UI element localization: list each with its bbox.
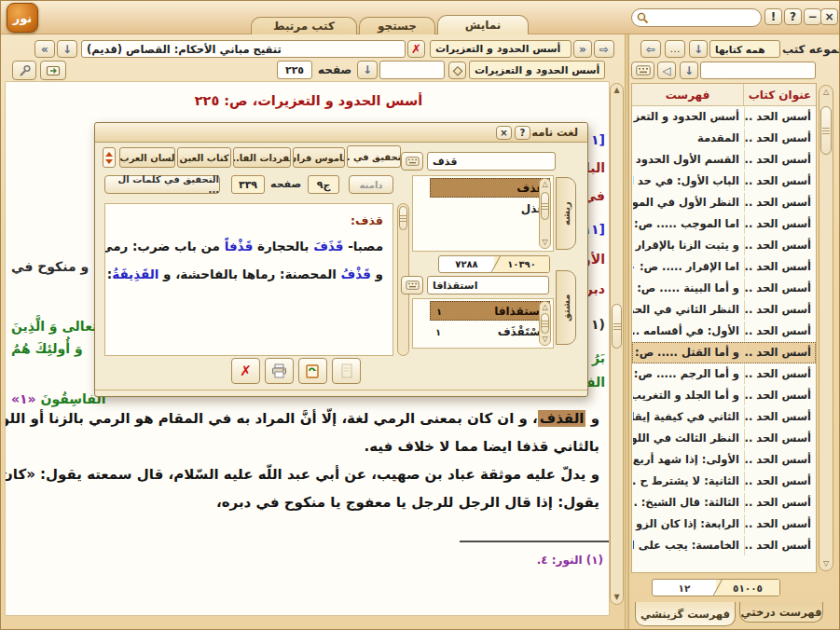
- derived-search-input[interactable]: استقذافا: [427, 276, 549, 294]
- forward-history-button[interactable]: »: [573, 40, 592, 58]
- list-item[interactable]: قذل: [430, 199, 550, 219]
- table-row[interactable]: أسس الحد ...اما الموجب ..... ص: ١٥: [632, 213, 816, 235]
- dict-volume-field[interactable]: ج٩: [308, 175, 339, 194]
- settings-button[interactable]: [12, 61, 36, 80]
- go-next-button[interactable]: ⇨: [594, 40, 614, 58]
- root-keyboard-button[interactable]: [401, 152, 423, 171]
- find-previous-button[interactable]: ◁: [657, 62, 676, 79]
- list-item-selected[interactable]: قذف: [430, 178, 550, 198]
- table-row[interactable]: أسس الحد ...الأولى: إذا شهد أربع ...: [632, 449, 816, 471]
- open-dictionary-book-button[interactable]: التحقيق في كلمات ال ...: [104, 175, 220, 194]
- table-row[interactable]: أسس الحد ...و أما الرجم ..... ص: ...: [632, 363, 816, 385]
- page-number-field[interactable]: ٢٢٥: [277, 61, 312, 79]
- scroll-up-icon[interactable]: △: [819, 87, 833, 98]
- spin-up-icon[interactable]: [105, 152, 113, 157]
- index-scrollbar[interactable]: △ ▽: [819, 85, 833, 571]
- alert-button[interactable]: !: [764, 8, 782, 25]
- help-button[interactable]: ?: [784, 8, 802, 25]
- root-word-list[interactable]: قذف قذل △ ▽: [412, 175, 554, 252]
- root-list-thumb[interactable]: [541, 192, 549, 220]
- group-dropdown-button[interactable]: ↓: [689, 40, 708, 58]
- tab-selective-index[interactable]: فهرست گزينشي: [635, 602, 736, 626]
- book-group-select[interactable]: همه كتابها: [709, 40, 780, 58]
- dict-tab-ayn[interactable]: كتاب العين: [177, 147, 231, 168]
- document-button[interactable]: [332, 358, 361, 384]
- highlight-eraser-button[interactable]: [448, 62, 466, 79]
- scroll-up-icon[interactable]: ▲: [611, 85, 623, 96]
- index-dropdown-button[interactable]: ↓: [680, 62, 698, 79]
- main-scrollbar[interactable]: ▲ ▼: [610, 83, 624, 605]
- reference-field[interactable]: تنقيح مباني الأحكام: القصاص (قديم): [81, 40, 406, 58]
- tab-search[interactable]: جستجو: [359, 17, 435, 34]
- scroll-down-icon[interactable]: ▽: [540, 334, 550, 345]
- table-row[interactable]: أسس الحد ...و أما البينة ..... ص: ٧٥: [632, 278, 816, 299]
- scroll-down-icon[interactable]: ▽: [819, 558, 833, 569]
- definition-scrollbar-thumb[interactable]: [399, 206, 407, 230]
- table-row[interactable]: أسس الحد ...القسم الأول الحدود: [632, 149, 816, 171]
- dict-tab-qamus[interactable]: قاموس قران: [293, 147, 345, 168]
- scroll-up-icon[interactable]: △: [540, 179, 550, 190]
- column-header-book[interactable]: عنوان كتاب: [743, 84, 816, 105]
- index-scrollbar-thumb[interactable]: [820, 106, 832, 155]
- scroll-down-icon[interactable]: ▼: [611, 592, 623, 603]
- close-button[interactable]: ×: [820, 8, 838, 25]
- global-search-input[interactable]: [631, 8, 762, 27]
- dict-tab-mufradat[interactable]: مفردات الفا...: [233, 147, 291, 168]
- derived-list-thumb[interactable]: [541, 313, 549, 334]
- spin-down-icon[interactable]: [105, 159, 113, 164]
- column-header-index[interactable]: فهرست: [632, 84, 743, 105]
- table-row[interactable]: أسس الحد ...و يثبت الزنا بالإقرار ...: [632, 235, 816, 256]
- index-search-field[interactable]: [700, 62, 816, 79]
- scope-button[interactable]: دامنه: [349, 175, 393, 194]
- tab-derived[interactable]: مشتق: [556, 270, 576, 345]
- root-search-input[interactable]: قذف: [427, 152, 556, 171]
- table-row[interactable]: أسس الحد ...المقدمة: [632, 128, 816, 149]
- dict-tab-tahqiq[interactable]: التحقيق في ...: [347, 145, 401, 168]
- scroll-down-icon[interactable]: ▽: [540, 237, 550, 248]
- dict-tab-lisan[interactable]: لسان العرب: [119, 147, 175, 168]
- root-list-scrollbar[interactable]: △ ▽: [539, 178, 551, 249]
- table-row[interactable]: أسس الحد ...الخامسة: يجب على ا ...: [632, 535, 816, 556]
- dialog-cancel-button[interactable]: ✗: [231, 358, 260, 384]
- table-row[interactable]: أسس الحد ...النظر الأول في المو ...: [632, 192, 816, 213]
- derived-word-list[interactable]: أستقذافا ١ أسْتَقْذَف ١ △ ▽: [412, 298, 554, 349]
- table-row[interactable]: أسس الحد ...الرابعة: إذا كان الزو ...: [632, 514, 816, 535]
- list-item-selected[interactable]: أستقذافا ١: [430, 301, 550, 321]
- table-row[interactable]: أسس الحد ...الثاني في كيفية إيقاء ...: [632, 406, 816, 428]
- copy-export-button[interactable]: [298, 358, 327, 384]
- table-row[interactable]: أسس الحد ...الثالثة: قال الشيخ: ...: [632, 492, 816, 514]
- virtual-keyboard-button[interactable]: [631, 62, 654, 79]
- volume-select-field[interactable]: [379, 61, 445, 79]
- definition-panel[interactable]: قذف: مصبا- قَذَفَ بالحجارة قَذْفاً من با…: [104, 203, 393, 356]
- table-row[interactable]: أسس الحد ...الأول: في أقسامه ..... ...: [632, 321, 816, 342]
- list-item[interactable]: أسْتَقْذَف ١: [430, 322, 550, 342]
- main-scrollbar-thumb[interactable]: [612, 304, 622, 349]
- book-title-field[interactable]: أسس الحدود و التعزيرات: [430, 40, 571, 58]
- table-row[interactable]: أسس الحد ...أسس الحدود و التعزير ...: [632, 106, 816, 128]
- scroll-up-icon[interactable]: △: [540, 302, 550, 313]
- dialog-titlebar[interactable]: لغت نامه ? ×: [95, 123, 587, 143]
- table-row[interactable]: أسس الحد ...الثانية: لا يشترط ح ...: [632, 471, 816, 492]
- derived-keyboard-button[interactable]: [401, 276, 423, 294]
- tab-related-books[interactable]: كتب مرتبط: [251, 17, 357, 34]
- print-button[interactable]: [265, 358, 294, 384]
- pane-splitter[interactable]: [625, 34, 629, 630]
- tab-tree-index[interactable]: فهرست درختي: [739, 602, 823, 623]
- goto-page-button[interactable]: [40, 61, 66, 80]
- derived-list-scrollbar[interactable]: △ ▽: [539, 301, 551, 346]
- page-dropdown-button[interactable]: ↓: [357, 61, 378, 79]
- tab-spinner[interactable]: [103, 147, 116, 168]
- back-history-button[interactable]: «: [34, 40, 55, 58]
- table-row[interactable]: أسس الحد ...النظر الثالث في اللو ...: [632, 428, 816, 449]
- dialog-help-button[interactable]: ?: [515, 126, 530, 140]
- table-row[interactable]: أسس الحد ...الباب الأول: في حد ا ...: [632, 171, 816, 192]
- table-row[interactable]: أسس الحد ...اما الإقرار ..... ص: ٥٠: [632, 256, 816, 278]
- tab-root[interactable]: ريشه: [556, 177, 576, 250]
- ref-dropdown-button[interactable]: ↓: [57, 40, 77, 58]
- clear-reference-button[interactable]: ✗: [407, 40, 425, 58]
- current-book-field[interactable]: أسس الحدود و التعزيرات: [469, 61, 605, 79]
- browse-groups-button[interactable]: …: [665, 40, 685, 58]
- go-back-button[interactable]: ⇦: [640, 40, 661, 58]
- table-row[interactable]: أسس الحد ...النظر الثاني في الحد ...: [632, 299, 816, 321]
- minimize-button[interactable]: −: [804, 8, 821, 25]
